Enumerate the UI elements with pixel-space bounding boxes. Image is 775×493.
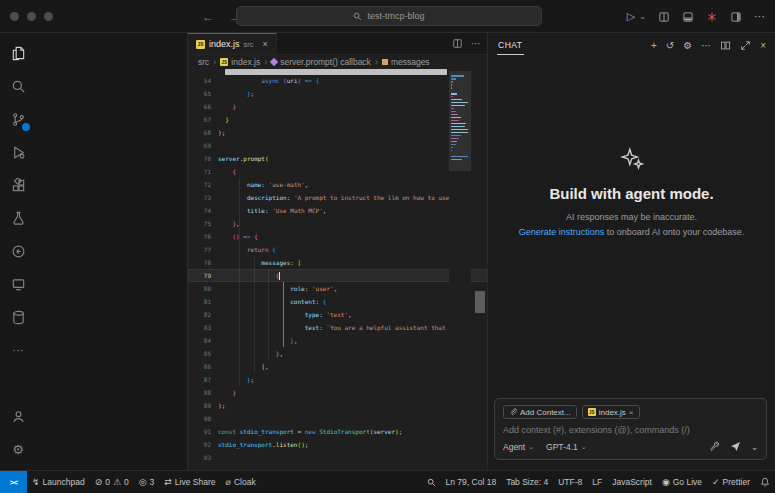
window-minimize-button[interactable]: [27, 12, 36, 21]
status-go-live[interactable]: ◉Go Live: [657, 471, 707, 493]
status-live-share[interactable]: ⇄Live Share: [159, 471, 220, 493]
close-panel-icon[interactable]: ×: [760, 40, 766, 51]
editor-scrollbar[interactable]: [474, 69, 486, 465]
remove-context-icon[interactable]: ×: [629, 408, 634, 417]
code-line[interactable]: 81 content: {: [188, 295, 487, 308]
maximize-panel-icon[interactable]: [740, 40, 751, 51]
code-line[interactable]: 75 },: [188, 217, 487, 230]
status-launchpad[interactable]: ↯Launchpad: [27, 471, 90, 493]
toggle-secondary-sidebar-icon[interactable]: [730, 11, 742, 23]
tab-index-js[interactable]: JS index.js src ×: [188, 33, 277, 54]
code-line[interactable]: 74 title: 'Use Math MCP',: [188, 204, 487, 217]
chat-title-tab[interactable]: CHAT: [497, 36, 524, 55]
send-dropdown-icon[interactable]: ⌄: [751, 442, 758, 452]
code-line[interactable]: 79 {: [188, 269, 487, 282]
code-line[interactable]: 69: [188, 139, 487, 152]
code-line[interactable]: 89);: [188, 399, 487, 412]
activity-database[interactable]: [0, 301, 36, 334]
code-line[interactable]: 67 }: [188, 113, 487, 126]
code-line[interactable]: 66 }: [188, 100, 487, 113]
status-problems[interactable]: ⊘0 ⚠0: [90, 471, 134, 493]
code-line[interactable]: 78 messages: [: [188, 256, 487, 269]
code-line[interactable]: 68);: [188, 126, 487, 139]
activity-settings[interactable]: ⚙: [0, 433, 36, 466]
model-picker[interactable]: GPT-4.1⌄: [546, 442, 587, 452]
activity-more[interactable]: ⋯: [0, 334, 36, 367]
activity-source-control[interactable]: [0, 103, 36, 136]
activity-extensions[interactable]: [0, 169, 36, 202]
split-editor-icon[interactable]: [658, 11, 670, 23]
run-button[interactable]: ▷: [627, 10, 635, 23]
status-encoding[interactable]: UTF-8: [553, 471, 587, 493]
code-line[interactable]: 80 role: 'user',: [188, 282, 487, 295]
status-notifications[interactable]: [755, 471, 775, 493]
extension-record-icon[interactable]: [706, 11, 718, 23]
open-chat-in-editor-icon[interactable]: [720, 40, 731, 51]
code-line[interactable]: 54 async (uri) => {: [188, 74, 487, 87]
code-line[interactable]: 83 text: `You are a helpful assistant th…: [188, 321, 487, 334]
run-dropdown-icon[interactable]: ⌄: [639, 12, 646, 21]
activity-run-debug[interactable]: [0, 136, 36, 169]
tools-icon[interactable]: [709, 441, 720, 452]
code-line[interactable]: 70server.prompt(: [188, 152, 487, 165]
tab-close-icon[interactable]: ×: [263, 39, 268, 49]
code-line[interactable]: 90: [188, 412, 487, 425]
window-zoom-button[interactable]: [44, 12, 53, 21]
command-center-search[interactable]: test-tmcp-blog: [236, 6, 542, 26]
status-search[interactable]: [422, 471, 441, 493]
chat-history-icon[interactable]: ↺: [666, 40, 674, 51]
code-editor[interactable]: 54 async (uri) => {65 };66 }67 }68);6970…: [188, 69, 487, 470]
add-context-button[interactable]: Add Context...: [503, 405, 577, 419]
window-close-button[interactable]: [10, 12, 19, 21]
generate-instructions-link[interactable]: Generate instructions: [519, 227, 605, 237]
code-line[interactable]: 84 },: [188, 334, 487, 347]
code-line[interactable]: 85 },: [188, 347, 487, 360]
code-line[interactable]: 77 return {: [188, 243, 487, 256]
code-line[interactable]: 86 ],: [188, 360, 487, 373]
code-line[interactable]: 73 description: 'A prompt to instruct th…: [188, 191, 487, 204]
editor-more-actions-icon[interactable]: ⋯: [471, 38, 481, 49]
breadcrumb-item-file[interactable]: JSindex.js: [220, 57, 260, 67]
nav-back-button[interactable]: ←: [202, 10, 214, 24]
minimap[interactable]: [449, 71, 471, 467]
status-prettier[interactable]: ✓Prettier: [707, 471, 755, 493]
status-cloak[interactable]: ⌀Cloak: [221, 471, 261, 493]
code-line[interactable]: 72 name: 'use-math',: [188, 178, 487, 191]
toggle-panel-icon[interactable]: [682, 11, 694, 23]
attached-file-chip[interactable]: JS index.js ×: [582, 405, 640, 419]
activity-testing[interactable]: [0, 202, 36, 235]
activity-account[interactable]: [0, 400, 36, 433]
breadcrumb-item-messages[interactable]: messages: [382, 57, 430, 67]
chat-more-actions-icon[interactable]: ⋯: [701, 40, 711, 51]
code-line[interactable]: 82 type: 'text',: [188, 308, 487, 321]
code-line[interactable]: 76 () => {: [188, 230, 487, 243]
new-chat-icon[interactable]: +: [651, 40, 657, 51]
chat-input[interactable]: [503, 425, 758, 435]
code-line[interactable]: 71 {: [188, 165, 487, 178]
activity-remote-explorer[interactable]: [0, 268, 36, 301]
remote-indicator[interactable]: ><: [0, 471, 27, 493]
scrollbar-thumb[interactable]: [475, 291, 485, 313]
send-icon[interactable]: [730, 441, 741, 452]
status-language[interactable]: JavaScript: [607, 471, 657, 493]
breadcrumb-item-src[interactable]: src: [198, 57, 209, 67]
status-count[interactable]: ◎3: [134, 471, 160, 493]
code-line[interactable]: 91const stdio_transport = new StdioTrans…: [188, 425, 487, 438]
status-line-col[interactable]: Ln 79, Col 18: [441, 471, 502, 493]
code-line[interactable]: 88 }: [188, 386, 487, 399]
breadcrumb-item-callback[interactable]: server.prompt() callback: [271, 57, 371, 67]
split-editor-icon[interactable]: [452, 38, 463, 49]
chat-settings-gear-icon[interactable]: ⚙: [683, 40, 692, 51]
code-line[interactable]: 92stdio_transport.listen();: [188, 438, 487, 451]
chat-mode-picker[interactable]: Agent⌄: [503, 442, 534, 452]
activity-live-share[interactable]: [0, 235, 36, 268]
code-line[interactable]: 93: [188, 451, 487, 464]
activity-search[interactable]: [0, 70, 36, 103]
customize-layout-icon[interactable]: ⋯: [754, 10, 765, 23]
code-line[interactable]: 65 };: [188, 87, 487, 100]
status-tab-size[interactable]: Tab Size: 4: [501, 471, 553, 493]
activity-explorer[interactable]: [0, 37, 36, 70]
status-eol[interactable]: LF: [587, 471, 607, 493]
code-line[interactable]: 87 };: [188, 373, 487, 386]
window-controls[interactable]: [10, 12, 53, 21]
